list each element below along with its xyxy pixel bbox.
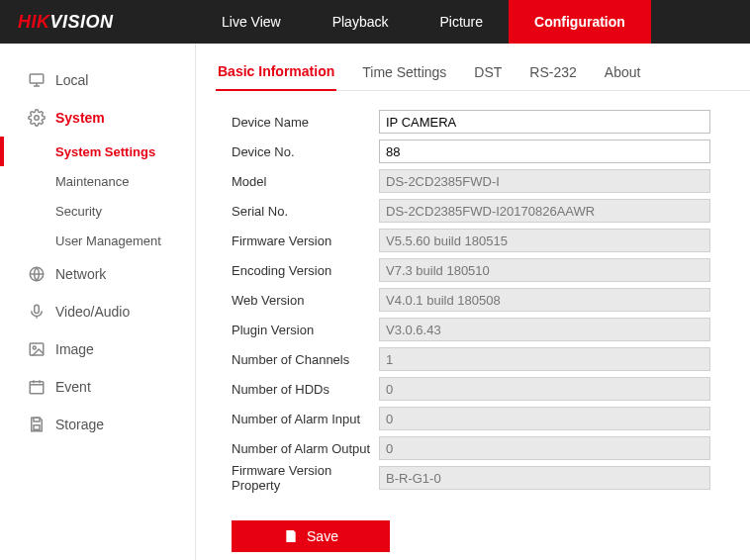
sidebar-item-image[interactable]: Image [0,330,195,368]
topnav-label: Playback [332,14,389,30]
input-alarm-out [379,436,710,460]
sidebar-sub-security[interactable]: Security [0,196,195,226]
sidebar-item-event[interactable]: Event [0,368,195,406]
input-device-name[interactable] [379,110,710,134]
sidebar-item-storage[interactable]: Storage [0,406,195,443]
svg-rect-4 [30,343,44,355]
label-device-name: Device Name [216,115,379,130]
sidebar-sub-maintenance[interactable]: Maintenance [0,166,195,196]
label-plugin-version: Plugin Version [216,323,379,337]
tab-label: DST [474,64,502,80]
topnav-playback[interactable]: Playback [307,0,415,44]
label-alarm-out: Number of Alarm Output [216,441,379,456]
input-serial-no [379,199,710,223]
label-encoding-version: Encoding Version [216,263,379,278]
calendar-icon [28,378,46,396]
label-device-no: Device No. [216,144,379,159]
svg-point-1 [35,116,40,121]
topnav: Live View Playback Picture Configuration [196,0,750,44]
topbar: HIKVISION Live View Playback Picture Con… [0,0,750,44]
logo-text-1: HIK [18,12,50,32]
tab-about[interactable]: About [603,58,643,90]
label-model: Model [216,174,379,189]
svg-rect-6 [30,382,44,394]
save-button[interactable]: Save [232,520,390,552]
label-fw-prop: Firmware Version Property [216,463,379,493]
input-firmware-version [379,229,710,252]
sidebar-item-system[interactable]: System [0,99,195,137]
sidebar-item-network[interactable]: Network [0,255,195,293]
input-alarm-in [379,407,710,430]
basic-info-form: Device Name Device No. Model Serial No. … [216,107,750,493]
gear-icon [28,109,46,127]
tab-label: Basic Information [218,63,334,79]
image-icon [28,340,46,358]
monitor-icon [28,71,46,89]
sidebar-item-label: System [55,110,105,126]
input-fw-prop [379,466,710,490]
sidebar-sub-label: System Settings [55,144,155,159]
sidebar-item-video-audio[interactable]: Video/Audio [0,293,195,330]
mic-icon [28,303,46,321]
input-model [379,169,710,193]
tab-label: About [605,64,641,80]
save-icon [28,416,46,433]
save-icon [283,528,299,544]
tab-label: Time Settings [362,64,446,80]
tab-basic-information[interactable]: Basic Information [216,57,336,91]
input-channels [379,347,710,371]
sidebar-item-label: Event [55,379,91,395]
topnav-picture[interactable]: Picture [414,0,509,44]
label-serial-no: Serial No. [216,204,379,219]
tabs: Basic Information Time Settings DST RS-2… [216,57,750,91]
topnav-label: Picture [439,14,483,30]
topnav-configuration[interactable]: Configuration [509,0,651,44]
svg-rect-0 [30,74,44,83]
sidebar-sub-label: Security [55,204,102,219]
tab-rs232[interactable]: RS-232 [527,58,578,90]
topnav-label: Configuration [534,14,625,30]
sidebar-item-label: Storage [55,417,104,432]
save-button-label: Save [307,528,338,544]
label-hdds: Number of HDDs [216,382,379,397]
input-hdds [379,377,710,401]
sidebar-item-label: Image [55,341,94,357]
tab-dst[interactable]: DST [472,58,504,90]
sidebar-sub-system-settings[interactable]: System Settings [0,137,195,166]
sidebar-item-label: Local [55,72,88,88]
svg-rect-7 [34,418,40,421]
sidebar-item-label: Video/Audio [55,304,130,320]
input-encoding-version [379,258,710,282]
label-alarm-in: Number of Alarm Input [216,412,379,426]
svg-point-5 [33,346,36,349]
sidebar-item-local[interactable]: Local [0,61,195,99]
sidebar-sub-user-management[interactable]: User Management [0,226,195,255]
sidebar-sub-label: Maintenance [55,174,129,189]
input-device-no[interactable] [379,140,710,163]
tab-label: RS-232 [529,64,576,80]
tab-time-settings[interactable]: Time Settings [360,58,448,90]
label-channels: Number of Channels [216,352,379,367]
sidebar-sub-label: User Management [55,233,161,248]
topnav-live-view[interactable]: Live View [196,0,307,44]
label-firmware-version: Firmware Version [216,233,379,248]
svg-rect-3 [35,305,40,313]
svg-rect-8 [34,425,40,430]
logo-text-2: VISION [50,12,114,32]
sidebar: Local System System Settings Maintenance… [0,44,196,560]
globe-icon [28,265,46,283]
label-web-version: Web Version [216,293,379,308]
main-panel: Basic Information Time Settings DST RS-2… [196,44,750,560]
topnav-label: Live View [222,14,281,30]
input-web-version [379,288,710,312]
sidebar-item-label: Network [55,266,106,282]
input-plugin-version [379,318,710,341]
logo: HIKVISION [0,0,196,44]
